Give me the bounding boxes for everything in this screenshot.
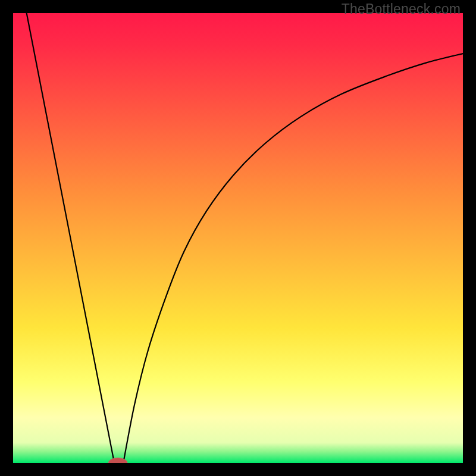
chart-frame (13, 13, 463, 463)
gradient-background (13, 13, 463, 463)
watermark-text: TheBottleneck.com (342, 1, 461, 17)
bottleneck-chart (13, 13, 463, 463)
